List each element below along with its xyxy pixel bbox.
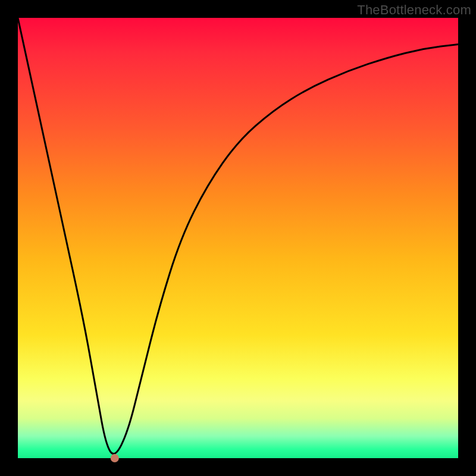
chart-frame: TheBottleneck.com xyxy=(0,0,476,476)
optimum-marker xyxy=(111,454,119,462)
bottleneck-curve xyxy=(18,18,458,454)
plot-area xyxy=(18,18,458,458)
plot-svg xyxy=(18,18,458,458)
watermark-text: TheBottleneck.com xyxy=(357,2,471,18)
